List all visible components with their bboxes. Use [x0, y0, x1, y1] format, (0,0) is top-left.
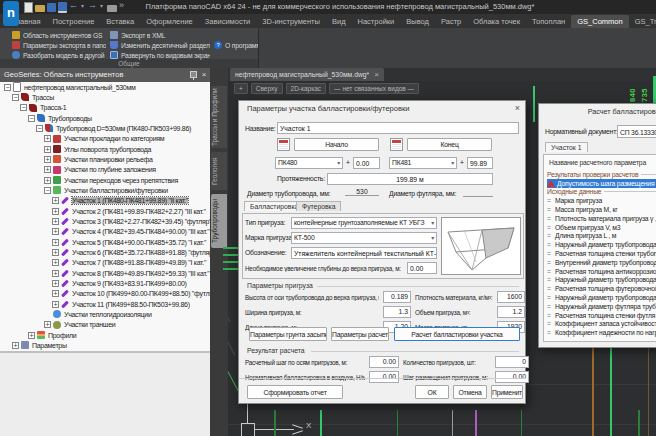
tree-expand-toggle[interactable]: + [44, 156, 51, 163]
tree-expand-toggle[interactable]: + [44, 135, 51, 142]
param-row[interactable]: =Длина пригруза L , м [547, 232, 656, 241]
param-row[interactable]: =Коэффициент надежности по нагр [547, 328, 656, 337]
tree-expand-toggle[interactable]: + [52, 228, 59, 235]
param-row[interactable]: =Расчетная толщина футеровочной [547, 284, 656, 293]
document-tab-close-icon[interactable]: × [374, 70, 379, 79]
forward-icon[interactable] [88, 2, 98, 12]
ribbon-item[interactable]: Разобрать модель в другой чертеж [12, 50, 106, 60]
tree-item[interactable]: +Участки по глубине заложения [0, 165, 210, 175]
dialog-close-icon[interactable]: × [515, 103, 520, 113]
param-row[interactable]: =Расчетная толщина антикоррозио [547, 267, 656, 276]
ok-button[interactable]: ОК [415, 385, 449, 399]
tree-expand-toggle[interactable]: + [52, 280, 59, 287]
field-value[interactable]: 1.2 [497, 306, 525, 318]
ribbon-tab-Настройки[interactable]: Настройки [352, 15, 401, 28]
tree-item[interactable]: −Трубопроводы [0, 113, 210, 123]
report-button[interactable]: Сформировать отчет [247, 385, 343, 399]
vertical-tab-Трассы и Профили[interactable]: Трассы и Профили [211, 86, 227, 148]
save-icon[interactable] [47, 3, 56, 12]
tab-Футеровка[interactable]: Футеровка [296, 201, 341, 211]
tree-expand-toggle[interactable]: − [4, 84, 11, 91]
forward-dropdown-icon[interactable] [100, 2, 105, 12]
weight-type-combo[interactable]: контейнерные грунтозаполняемые КТ УБГЗ [291, 217, 437, 229]
start-offset-input[interactable] [353, 157, 380, 169]
tree-item[interactable]: +Участок 2 (ПК481+99.89-ПК482+2.27) "III… [0, 206, 210, 216]
param-row[interactable]: =Расчетная толщина стенки трубоп [547, 249, 656, 258]
ribbon-tab-3D-инструменты[interactable]: 3D-инструменты [256, 15, 326, 28]
tree-item[interactable]: −Трубопровод D=530мм (ПК480-ПК503+99.86) [0, 123, 210, 133]
tree-item[interactable]: +Участок 5 (ПК484+90.00-ПК485+35.72) "I … [0, 237, 210, 247]
new-file-icon[interactable] [24, 2, 33, 13]
tree-item[interactable]: −Трасса-1 [0, 103, 210, 113]
tree-expand-toggle[interactable]: + [52, 208, 59, 215]
tree-item[interactable]: +Участок 6 (ПК485+35.72-ПК488+91.88) "фу… [0, 247, 210, 257]
ribbon-tab-Растр[interactable]: Растр [435, 15, 467, 28]
tree-item[interactable]: +Участки переходов через препятствия [0, 175, 210, 185]
param-row[interactable]: =Расчетная толщина стенки футля [547, 311, 656, 320]
ribbon-tab-Зависимости[interactable]: Зависимости [199, 15, 257, 28]
tree-item[interactable]: +Участок 4 (ПК482+39.45-ПК484+90.00) "II… [0, 227, 210, 237]
section-tab[interactable]: Участок 1 [545, 142, 588, 152]
start-station-combo[interactable]: ПК480 [275, 157, 343, 169]
tree-expand-toggle[interactable]: − [28, 115, 35, 122]
field-value[interactable]: 1600 [497, 291, 525, 303]
cancel-button[interactable]: Отмена [453, 385, 487, 399]
param-row[interactable]: =Наружный диаметр трубопровода [547, 276, 656, 285]
tree-expand-toggle[interactable]: + [52, 249, 59, 256]
tree-item[interactable]: −Участки балластировки/футеровки [0, 185, 210, 195]
ribbon-item[interactable]: Изменить десятичный разделитель [110, 40, 210, 50]
tree-expand-toggle[interactable]: + [52, 259, 59, 266]
field-value[interactable]: 0.00 [495, 371, 529, 383]
ribbon-tab-Оформление[interactable]: Оформление [140, 15, 199, 28]
panel-pin-icon[interactable] [190, 71, 197, 78]
ribbon-tab-Топоплан[interactable]: Топоплан [526, 15, 571, 28]
ribbon-item[interactable]: ?О программе [214, 40, 258, 50]
more-icon[interactable] [119, 2, 129, 12]
tree-expand-toggle[interactable]: + [52, 239, 59, 246]
end-station-combo[interactable]: ПК481 [389, 157, 457, 169]
tree-item[interactable]: +Параметры [0, 340, 210, 350]
ribbon-item[interactable]: Область инструментов GS [12, 30, 106, 40]
tree-expand-toggle[interactable]: − [12, 94, 19, 101]
name-input[interactable] [277, 122, 519, 134]
end-button[interactable]: Конец [407, 138, 492, 151]
tree-expand-toggle[interactable]: + [52, 270, 59, 277]
document-tab[interactable]: нефтепровод магистральный_530мм.dwg* × [230, 68, 384, 81]
param-row[interactable]: =Внутренний диаметр трубопровод [547, 258, 656, 267]
ribbon-tab-Вывод[interactable]: Вывод [400, 15, 435, 28]
calc-ballast-button[interactable]: Расчет балластировки участка [394, 327, 520, 341]
viewport-control[interactable]: — нет связанных видов — [329, 83, 419, 94]
param-row[interactable]: =Объем пригруза V, м3 [547, 223, 656, 232]
ribbon-tab-Построение[interactable]: Построение [47, 15, 101, 28]
param-row[interactable]: =Плотность материала пригруза γ , [547, 214, 656, 223]
tree-item[interactable]: +Участок 10 (ПК499+80.00-ПК499+88.50) "ф… [0, 289, 210, 299]
tree-expand-toggle[interactable]: − [20, 104, 27, 111]
field-value[interactable]: 0.189 [383, 291, 411, 303]
param-row[interactable]: =Коэффициент запаса устойчивости [547, 320, 656, 329]
apply-button[interactable]: Применить [491, 385, 523, 399]
tree-expand-toggle[interactable]: + [52, 218, 59, 225]
param-row[interactable]: =Масса пригруза М, кг [547, 205, 656, 214]
pick-start-icon[interactable] [277, 138, 290, 151]
tree-item[interactable]: +Участок 1 (ПК480-ПК481+99.89) "II кат." [0, 196, 210, 206]
vertical-tab-Трубопроводы[interactable]: Трубопроводы [211, 194, 227, 248]
tree-item[interactable]: +Участки траншеи [0, 320, 210, 330]
depth-increase-input[interactable] [407, 262, 437, 274]
ribbon-item[interactable]: Экспорт в XML [110, 30, 210, 40]
tree-expand-toggle[interactable]: + [44, 166, 51, 173]
tree-item[interactable]: +Профили [0, 330, 210, 340]
toolspace-panel-header[interactable]: GeoSeries: Область инструментов [0, 68, 210, 82]
open-file-icon[interactable] [35, 5, 45, 12]
param-row[interactable]: Допустимость шага размещения пр [547, 179, 656, 188]
tree-expand-toggle[interactable]: − [36, 125, 43, 132]
viewport-control[interactable]: 2D-каркас [286, 83, 327, 94]
field-value[interactable]: 0.00 [369, 356, 399, 368]
tree-expand-toggle[interactable]: + [52, 290, 59, 297]
tree-item[interactable]: −нефтепровод магистральный_530мм [0, 82, 210, 92]
save-as-icon[interactable] [58, 2, 67, 13]
tree-item[interactable]: +Участки планировки рельефа [0, 154, 210, 164]
tree-item[interactable]: +Участок 3 (ПК482+2.27-ПК482+39.45) "фут… [0, 216, 210, 226]
tree-expand-toggle[interactable]: + [44, 177, 51, 184]
ribbon-tab-Вид[interactable]: Вид [326, 15, 352, 28]
param-row[interactable]: =Наружный диаметр футляра труб [547, 302, 656, 311]
